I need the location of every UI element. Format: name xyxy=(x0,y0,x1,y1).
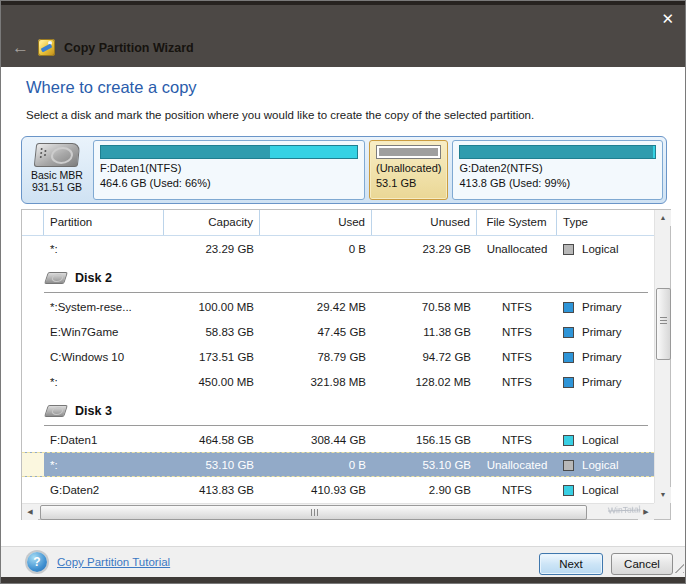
cell-type: Primary xyxy=(582,351,622,363)
disk-icon xyxy=(44,272,68,284)
footer-bar: ? Copy Partition Tutorial Next Cancel xyxy=(1,546,685,579)
cancel-button[interactable]: Cancel xyxy=(611,553,673,575)
cell-used: 78.79 GB xyxy=(260,351,372,363)
table-row[interactable]: E:Win7Game58.83 GB47.45 GB11.38 GBNTFSPr… xyxy=(22,319,654,344)
usage-bar xyxy=(459,145,656,159)
cell-file-system: NTFS xyxy=(477,326,557,338)
disk-group-header[interactable]: Disk 3 xyxy=(22,394,654,427)
next-button[interactable]: Next xyxy=(539,553,603,575)
disk-segment-selected[interactable]: (Unallocated)53.1 GB xyxy=(369,140,448,200)
table-header: Partition Capacity Used Unused File Syst… xyxy=(22,210,670,236)
cell-capacity: 23.29 GB xyxy=(164,243,260,255)
cell-type: Logical xyxy=(582,243,618,255)
table-row[interactable]: *:450.00 MB321.98 MB128.02 MBNTFSPrimary xyxy=(22,369,654,394)
back-icon[interactable]: ← xyxy=(12,39,29,56)
cell-partition: C:Windows 10 xyxy=(44,351,164,363)
table-row[interactable]: *:System-rese...100.00 MB29.42 MB70.58 M… xyxy=(22,294,654,319)
watermark: WinTotal xyxy=(608,504,641,515)
help-icon[interactable]: ? xyxy=(27,552,47,572)
row-gutter xyxy=(22,453,44,476)
instruction-text: Select a disk and mark the position wher… xyxy=(26,109,534,121)
cell-type: Primary xyxy=(582,376,622,388)
disk-segment[interactable]: G:Daten2(NTFS)413.8 GB (Used: 99%) xyxy=(452,140,663,200)
cell-file-system: NTFS xyxy=(477,301,557,313)
cell-capacity: 464.58 GB xyxy=(164,434,260,446)
cell-partition: *: xyxy=(44,243,164,255)
cell-unused: 23.29 GB xyxy=(372,243,477,255)
cell-file-system: NTFS xyxy=(477,351,557,363)
window-bottom-edge xyxy=(1,577,685,583)
type-color-icon xyxy=(563,327,574,338)
group-divider xyxy=(44,292,648,293)
cell-capacity: 450.00 MB xyxy=(164,376,260,388)
segment-label: (Unallocated) xyxy=(376,162,441,174)
segment-size: 413.8 GB (Used: 99%) xyxy=(459,177,656,189)
cell-partition: *: xyxy=(44,376,164,388)
copy-partition-wizard-window: ✕ ← Copy Partition Wizard Where to creat… xyxy=(0,0,686,584)
type-color-icon xyxy=(563,352,574,363)
cell-used: 47.45 GB xyxy=(260,326,372,338)
disk-group-label: Disk 2 xyxy=(75,271,112,285)
segment-label: F:Daten1(NTFS) xyxy=(100,162,358,174)
cell-type: Logical xyxy=(582,459,618,471)
disk-size-label: 931.51 GB xyxy=(25,181,89,193)
disk-group-header[interactable]: Disk 2 xyxy=(22,261,654,294)
cell-unused: 2.90 GB xyxy=(372,484,477,496)
cell-unused: 53.10 GB xyxy=(372,459,477,471)
col-partition[interactable]: Partition xyxy=(44,210,164,235)
scroll-left-icon[interactable]: ◀ xyxy=(22,504,38,520)
col-unused[interactable]: Unused xyxy=(372,210,477,235)
disk-group-label: Disk 3 xyxy=(75,404,112,418)
cell-used: 0 B xyxy=(260,243,372,255)
type-color-icon xyxy=(563,302,574,313)
scroll-down-icon[interactable]: ▼ xyxy=(655,487,671,503)
horizontal-scrollbar[interactable]: ◀ ▶ xyxy=(22,503,654,519)
cell-capacity: 58.83 GB xyxy=(164,326,260,338)
table-body: *:23.29 GB0 B23.29 GBUnallocatedLogicalD… xyxy=(22,236,654,503)
wizard-icon xyxy=(38,39,55,56)
cell-unused: 94.72 GB xyxy=(372,351,477,363)
cell-type: Logical xyxy=(582,484,618,496)
table-row[interactable]: C:Windows 10173.51 GB78.79 GB94.72 GBNTF… xyxy=(22,344,654,369)
cell-unused: 128.02 MB xyxy=(372,376,477,388)
table-row[interactable]: *:23.29 GB0 B23.29 GBUnallocatedLogical xyxy=(22,236,654,261)
table-row[interactable]: F:Daten1464.58 GB308.44 GB156.15 GBNTFSL… xyxy=(22,427,654,452)
tutorial-link[interactable]: Copy Partition Tutorial xyxy=(57,556,170,568)
table-row[interactable]: G:Daten2413.83 GB410.93 GB2.90 GBNTFSLog… xyxy=(22,477,654,502)
cell-capacity: 173.51 GB xyxy=(164,351,260,363)
disk-info: Basic MBR 931.51 GB xyxy=(25,140,89,200)
window-title: Copy Partition Wizard xyxy=(64,41,194,55)
cell-partition: E:Win7Game xyxy=(44,326,164,338)
cell-partition: *: xyxy=(44,459,164,471)
col-type[interactable]: Type xyxy=(557,210,654,235)
cell-capacity: 100.00 MB xyxy=(164,301,260,313)
disk-icon xyxy=(44,405,68,417)
segment-size: 464.6 GB (Used: 66%) xyxy=(100,177,358,189)
group-divider xyxy=(44,425,648,426)
disk-segment[interactable]: F:Daten1(NTFS)464.6 GB (Used: 66%) xyxy=(93,140,365,200)
cell-file-system: NTFS xyxy=(477,434,557,446)
close-icon[interactable]: ✕ xyxy=(661,10,674,28)
cell-capacity: 53.10 GB xyxy=(164,459,260,471)
vertical-scrollbar[interactable]: ▲ ▼ xyxy=(654,210,670,503)
cell-used: 29.42 MB xyxy=(260,301,372,313)
scroll-up-icon[interactable]: ▲ xyxy=(655,210,671,226)
disk-icon xyxy=(34,143,81,167)
cell-partition: G:Daten2 xyxy=(44,484,164,496)
vertical-scroll-thumb[interactable] xyxy=(656,288,671,360)
cell-used: 0 B xyxy=(260,459,372,471)
table-row-selected[interactable]: *:53.10 GB0 B53.10 GBUnallocatedLogical xyxy=(22,452,654,477)
col-used[interactable]: Used xyxy=(260,210,372,235)
disk-map: Basic MBR 931.51 GB F:Daten1(NTFS)464.6 … xyxy=(21,136,667,204)
cell-capacity: 413.83 GB xyxy=(164,484,260,496)
cell-file-system: NTFS xyxy=(477,484,557,496)
cell-type: Logical xyxy=(582,434,618,446)
col-capacity[interactable]: Capacity xyxy=(164,210,260,235)
partition-table: Partition Capacity Used Unused File Syst… xyxy=(21,209,671,520)
col-file-system[interactable]: File System xyxy=(477,210,557,235)
horizontal-scroll-thumb[interactable] xyxy=(40,505,587,520)
cell-used: 410.93 GB xyxy=(260,484,372,496)
scrollbar-corner xyxy=(654,503,670,519)
disk-type-label: Basic MBR xyxy=(25,169,89,181)
type-color-icon xyxy=(563,485,574,496)
